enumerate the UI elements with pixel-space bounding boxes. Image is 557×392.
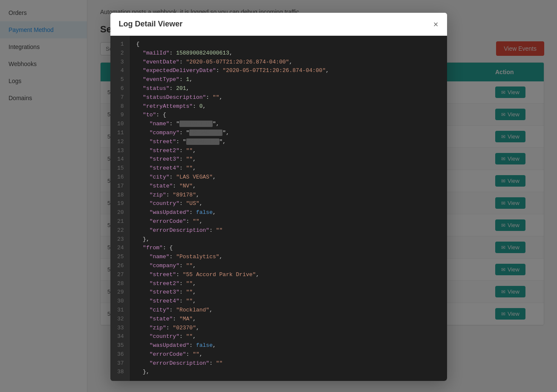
line-number: 10 — [115, 120, 124, 129]
line-number: 5 — [115, 75, 124, 84]
line-number: 14 — [115, 155, 124, 164]
code-line: "errorDescription": "" — [136, 359, 440, 368]
line-number: 9 — [115, 111, 124, 120]
code-line: "city": "LAS VEGAS", — [136, 173, 440, 182]
line-number: 12 — [115, 138, 124, 147]
line-number: 20 — [115, 208, 124, 217]
line-number: 4 — [115, 66, 124, 75]
line-number: 21 — [115, 217, 124, 226]
code-line: "to": { — [136, 111, 440, 120]
code-line: "expectedDeliveryDate": "2020-05-07T21:2… — [136, 66, 440, 75]
line-number: 29 — [115, 288, 124, 297]
modal-overlay: Log Detail Viewer × 12345678910111213141… — [0, 0, 557, 392]
code-line: "street2": "", — [136, 147, 440, 156]
line-number: 6 — [115, 84, 124, 93]
line-number: 17 — [115, 182, 124, 191]
line-numbers: 1234567891011121314151617181920212223242… — [110, 36, 130, 381]
line-number: 25 — [115, 253, 124, 262]
line-number: 19 — [115, 199, 124, 208]
code-line: "city": "Rockland", — [136, 306, 440, 315]
line-number: 18 — [115, 191, 124, 200]
code-content: { "mailId": 1588900824000613, "eventDate… — [130, 36, 447, 381]
code-line: "mailId": 1588900824000613, — [136, 49, 440, 58]
line-number: 35 — [115, 341, 124, 350]
code-line: "errorCode": "", — [136, 217, 440, 226]
code-line: "street": "55 Accord Park Drive", — [136, 271, 440, 280]
modal-body: 1234567891011121314151617181920212223242… — [110, 36, 447, 381]
code-line: "errorCode": "", — [136, 350, 440, 359]
code-line: "errorDescription": "" — [136, 226, 440, 235]
log-detail-modal: Log Detail Viewer × 12345678910111213141… — [110, 13, 447, 381]
line-number: 32 — [115, 315, 124, 324]
code-line: "company": "[REDACTED]", — [136, 129, 440, 138]
code-line: "street": "[REDACTED]", — [136, 138, 440, 147]
code-line: "street4": "", — [136, 164, 440, 173]
code-line: "country": "", — [136, 332, 440, 341]
code-line: "street3": "", — [136, 155, 440, 164]
code-line: "state": "MA", — [136, 315, 440, 324]
code-line: "street4": "", — [136, 297, 440, 306]
line-number: 24 — [115, 244, 124, 253]
line-number: 30 — [115, 297, 124, 306]
modal-close-button[interactable]: × — [433, 20, 439, 29]
line-number: 3 — [115, 58, 124, 67]
code-line: "company": "", — [136, 262, 440, 271]
line-number: 38 — [115, 368, 124, 377]
code-line: "state": "NV", — [136, 182, 440, 191]
code-line: "retryAttempts": 0, — [136, 102, 440, 111]
line-number: 8 — [115, 102, 124, 111]
code-line: "eventType": 1, — [136, 75, 440, 84]
line-number: 36 — [115, 350, 124, 359]
code-line: { — [136, 40, 440, 49]
line-number: 1 — [115, 40, 124, 49]
line-number: 11 — [115, 129, 124, 138]
modal-title: Log Detail Viewer — [119, 20, 183, 29]
code-line: "wasUpdated": false, — [136, 208, 440, 217]
code-line: "from": { — [136, 244, 440, 253]
line-number: 7 — [115, 93, 124, 102]
code-line: "wasUpdated": false, — [136, 341, 440, 350]
line-number: 33 — [115, 324, 124, 333]
code-line: "zip": "02370", — [136, 324, 440, 333]
line-number: 15 — [115, 164, 124, 173]
line-number: 27 — [115, 271, 124, 280]
line-number: 16 — [115, 173, 124, 182]
code-line: }, — [136, 368, 440, 377]
modal-header: Log Detail Viewer × — [110, 13, 447, 36]
code-line: "country": "US", — [136, 199, 440, 208]
line-number: 23 — [115, 235, 124, 244]
line-number: 22 — [115, 226, 124, 235]
code-line: "zip": "89178", — [136, 191, 440, 200]
code-line: "eventDate": "2020-05-07T21:20:26.874-04… — [136, 58, 440, 67]
code-line: "status": 201, — [136, 84, 440, 93]
line-number: 37 — [115, 359, 124, 368]
code-block: 1234567891011121314151617181920212223242… — [110, 36, 447, 381]
code-line: "statusDescription": "", — [136, 93, 440, 102]
line-number: 28 — [115, 280, 124, 288]
line-number: 31 — [115, 306, 124, 315]
code-line: "name": "[REDACTED]", — [136, 120, 440, 129]
code-line: "name": "Postalytics", — [136, 253, 440, 262]
line-number: 26 — [115, 262, 124, 271]
line-number: 13 — [115, 147, 124, 156]
code-line: }, — [136, 235, 440, 244]
code-line: "street2": "", — [136, 280, 440, 288]
code-line: "street3": "", — [136, 288, 440, 297]
line-number: 34 — [115, 332, 124, 341]
line-number: 2 — [115, 49, 124, 58]
